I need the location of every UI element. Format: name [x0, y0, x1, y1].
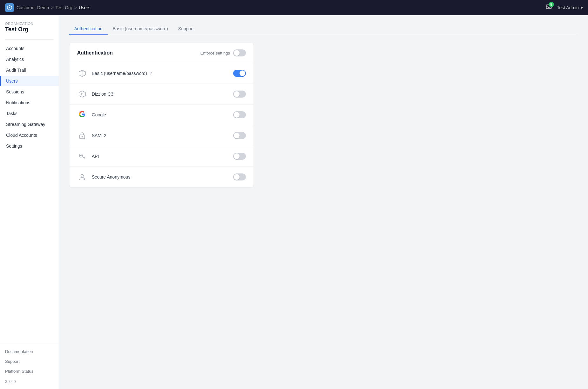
breadcrumb: Customer Demo > Test Org > Users — [17, 5, 90, 10]
svg-point-2 — [81, 93, 83, 95]
org-label: Organization — [0, 22, 59, 26]
tab-basic-username-password[interactable]: Basic (username/password) — [108, 23, 173, 35]
toggle-basic-knob — [240, 70, 245, 76]
svg-point-4 — [82, 136, 83, 137]
auth-name-basic: Basic (username/password) ? — [92, 71, 233, 76]
toggle-google[interactable] — [233, 111, 246, 118]
sidebar-item-notifications[interactable]: Notifications — [0, 98, 59, 108]
user-label: Test Admin — [557, 5, 579, 10]
auth-name-dizzion: Dizzion C3 — [92, 92, 233, 97]
auth-name-google: Google — [92, 112, 233, 117]
sidebar-item-sessions[interactable]: Sessions — [0, 87, 59, 97]
tab-support[interactable]: Support — [173, 23, 199, 35]
toggle-dizzion-knob — [234, 91, 240, 97]
sidebar-item-documentation[interactable]: Documentation — [0, 347, 59, 356]
notification-badge: 5 — [549, 2, 554, 7]
tabs: Authentication Basic (username/password)… — [69, 23, 578, 35]
breadcrumb-current: Users — [79, 5, 90, 10]
sidebar-item-audit-trail[interactable]: Audit Trail — [0, 65, 59, 75]
sidebar-item-cloud-accounts[interactable]: Cloud Accounts — [0, 130, 59, 140]
toggle-google-knob — [234, 112, 240, 118]
notifications-button[interactable]: 5 — [546, 4, 552, 11]
breadcrumb-test-org[interactable]: Test Org — [55, 5, 72, 10]
toggle-api[interactable] — [233, 153, 246, 160]
sidebar-item-tasks[interactable]: Tasks — [0, 108, 59, 119]
auth-name-secure-anon: Secure Anonymous — [92, 174, 233, 180]
content-area: Authentication Enforce settings — [69, 43, 578, 187]
user-menu[interactable]: Test Admin ▾ — [557, 5, 583, 10]
help-icon-basic[interactable]: ? — [150, 71, 152, 76]
svg-point-6 — [80, 155, 82, 156]
card-header: Authentication Enforce settings — [69, 43, 254, 63]
main-content: Authentication Basic (username/password)… — [59, 15, 588, 389]
card-title: Authentication — [77, 50, 113, 56]
auth-card: Authentication Enforce settings — [69, 43, 254, 187]
auth-row-saml2: SAML2 — [69, 125, 254, 146]
toggle-api-knob — [234, 153, 240, 159]
top-navigation: Customer Demo > Test Org > Users 5 Test … — [0, 0, 588, 15]
toggle-dizzion[interactable] — [233, 91, 246, 98]
toggle-saml2-knob — [234, 133, 240, 138]
main-layout: Organization Test Org Accounts Analytics… — [0, 15, 588, 389]
sidebar-item-platform-status[interactable]: Platform Status — [0, 367, 59, 376]
key-icon — [77, 151, 87, 161]
svg-point-0 — [9, 7, 10, 8]
topnav-left: Customer Demo > Test Org > Users — [5, 3, 90, 12]
sidebar-item-accounts[interactable]: Accounts — [0, 43, 59, 54]
cube-icon — [77, 68, 87, 78]
app-logo — [5, 3, 14, 12]
auth-row-dizzion: Dizzion C3 — [69, 84, 254, 105]
sidebar-bottom: Documentation Support Platform Status — [0, 342, 59, 376]
sidebar-item-analytics[interactable]: Analytics — [0, 54, 59, 64]
auth-name-api: API — [92, 154, 233, 159]
chevron-down-icon: ▾ — [581, 5, 583, 10]
sidebar-divider — [5, 39, 54, 40]
breadcrumb-sep-2: > — [74, 5, 77, 10]
org-name: Test Org — [0, 26, 59, 38]
lock-icon — [77, 130, 87, 141]
sidebar-item-users[interactable]: Users — [0, 76, 59, 86]
sidebar-nav: Accounts Analytics Audit Trail Users Ses… — [0, 43, 59, 337]
sidebar-item-streaming-gateway[interactable]: Streaming Gateway — [0, 119, 59, 129]
auth-row-google: Google — [69, 105, 254, 125]
dizzion-icon — [77, 89, 87, 99]
tab-authentication[interactable]: Authentication — [69, 23, 108, 35]
svg-point-7 — [81, 174, 83, 177]
version-label: 3.72.0 — [0, 376, 59, 384]
auth-name-saml2: SAML2 — [92, 133, 233, 138]
topnav-right: 5 Test Admin ▾ — [546, 4, 583, 11]
toggle-secure-anon-knob — [234, 174, 240, 180]
enforce-toggle[interactable] — [233, 49, 246, 56]
toggle-secure-anon[interactable] — [233, 173, 246, 180]
sidebar: Organization Test Org Accounts Analytics… — [0, 15, 59, 389]
toggle-basic[interactable] — [233, 70, 246, 77]
sidebar-item-settings[interactable]: Settings — [0, 141, 59, 151]
enforce-row: Enforce settings — [200, 49, 246, 56]
breadcrumb-customer-demo[interactable]: Customer Demo — [17, 5, 49, 10]
toggle-saml2[interactable] — [233, 132, 246, 139]
breadcrumb-sep-1: > — [51, 5, 54, 10]
auth-row-secure-anon: Secure Anonymous — [69, 167, 254, 187]
sidebar-item-support[interactable]: Support — [0, 357, 59, 366]
auth-row-basic: Basic (username/password) ? — [69, 63, 254, 84]
auth-row-api: API — [69, 146, 254, 167]
person-icon — [77, 172, 87, 182]
google-icon — [77, 110, 87, 120]
enforce-label: Enforce settings — [200, 51, 230, 55]
enforce-toggle-knob — [234, 50, 240, 56]
